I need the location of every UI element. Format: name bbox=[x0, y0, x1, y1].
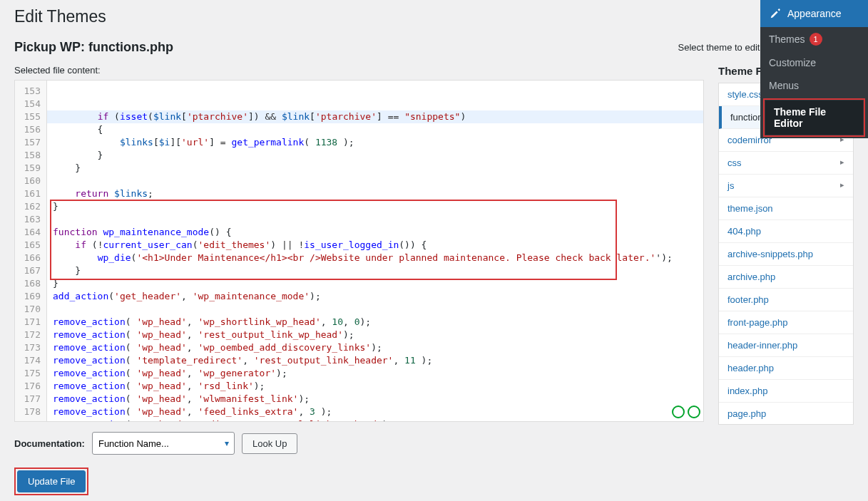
file-title: Pickup WP: functions.php bbox=[14, 40, 173, 55]
file-index-php[interactable]: index.php bbox=[719, 380, 853, 402]
code-line[interactable]: { bbox=[53, 123, 698, 136]
theme-select-label: Select theme to edit: bbox=[678, 42, 762, 53]
selected-file-label: Selected file content: bbox=[14, 65, 704, 76]
code-editor[interactable]: 1531541551561571581591601611621631641651… bbox=[14, 80, 704, 422]
code-line[interactable]: if (!current_user_can('edit_themes') || … bbox=[53, 239, 698, 252]
code-line[interactable]: } bbox=[53, 200, 698, 213]
code-line[interactable]: } bbox=[53, 277, 698, 290]
code-line[interactable]: remove_action( 'wp_head', 'rsd_link'); bbox=[53, 380, 698, 393]
code-line[interactable]: remove_action( 'wp_head', 'wp_generator'… bbox=[53, 367, 698, 380]
update-file-button[interactable]: Update File bbox=[17, 470, 86, 492]
code-line[interactable]: wp_die('<h1>Under Maintenance</h1><br />… bbox=[53, 252, 698, 264]
menu-item-theme-file-editor[interactable]: Theme File Editor bbox=[765, 100, 863, 135]
code-line[interactable]: if (isset($link['ptarchive']) && $link['… bbox=[47, 110, 703, 123]
file-archive-snippets-php[interactable]: archive-snippets.php bbox=[719, 243, 853, 265]
code-line[interactable]: remove_action( 'wp_head', 'adjacent_post… bbox=[53, 418, 698, 421]
code-line[interactable]: add_action('get_header', 'wp_maintenance… bbox=[53, 290, 698, 303]
documentation-label: Documentation: bbox=[14, 438, 85, 449]
update-badge: 1 bbox=[810, 33, 822, 46]
grammarly-icons bbox=[672, 406, 700, 418]
code-line[interactable]: $links[$i]['url'] = get_permalink( 1138 … bbox=[53, 136, 698, 149]
file-js[interactable]: js bbox=[719, 175, 853, 197]
code-line[interactable]: remove_action( 'wp_head', 'wlwmanifest_l… bbox=[53, 393, 698, 406]
code-line[interactable]: } bbox=[53, 264, 698, 277]
code-line[interactable]: } bbox=[53, 162, 698, 175]
code-line[interactable]: remove_action( 'template_redirect', 'res… bbox=[53, 354, 698, 367]
code-line[interactable]: return $links; bbox=[53, 187, 698, 200]
documentation-select[interactable]: Function Name... bbox=[92, 432, 235, 455]
code-line[interactable] bbox=[53, 213, 698, 226]
menu-head-appearance[interactable]: Appearance bbox=[760, 0, 868, 27]
code-line[interactable]: remove_action( 'wp_head', 'feed_links_ex… bbox=[53, 406, 698, 418]
menu-head-label: Appearance bbox=[787, 8, 842, 19]
code-line[interactable]: function wp_maintenance_mode() { bbox=[53, 226, 698, 239]
file-page-php[interactable]: page.php bbox=[719, 403, 853, 425]
code-line[interactable]: } bbox=[53, 149, 698, 162]
file-css[interactable]: css bbox=[719, 152, 853, 174]
file-header-php[interactable]: header.php bbox=[719, 357, 853, 379]
file-header-inner-php[interactable]: header-inner.php bbox=[719, 334, 853, 356]
brush-icon bbox=[769, 7, 782, 20]
menu-item-menus[interactable]: Menus bbox=[760, 74, 868, 97]
file-archive-php[interactable]: archive.php bbox=[719, 266, 853, 288]
file-theme-json[interactable]: theme.json bbox=[719, 197, 853, 219]
appearance-menu: Appearance Themes 1CustomizeMenusTheme F… bbox=[760, 0, 868, 138]
lookup-button[interactable]: Look Up bbox=[242, 433, 297, 454]
page-title: Edit Themes bbox=[14, 7, 854, 26]
menu-item-customize[interactable]: Customize bbox=[760, 51, 868, 74]
code-line[interactable]: remove_action( 'wp_head', 'wp_oembed_add… bbox=[53, 341, 698, 354]
code-line[interactable] bbox=[53, 303, 698, 316]
code-line[interactable]: remove_action( 'wp_head', 'rest_output_l… bbox=[53, 329, 698, 341]
file-footer-php[interactable]: footer.php bbox=[719, 289, 853, 311]
file-front-page-php[interactable]: front-page.php bbox=[719, 311, 853, 334]
code-line[interactable]: remove_action( 'wp_head', 'wp_shortlink_… bbox=[53, 316, 698, 329]
code-line[interactable] bbox=[53, 175, 698, 187]
menu-item-themes[interactable]: Themes 1 bbox=[760, 27, 868, 51]
file-404-php[interactable]: 404.php bbox=[719, 220, 853, 242]
